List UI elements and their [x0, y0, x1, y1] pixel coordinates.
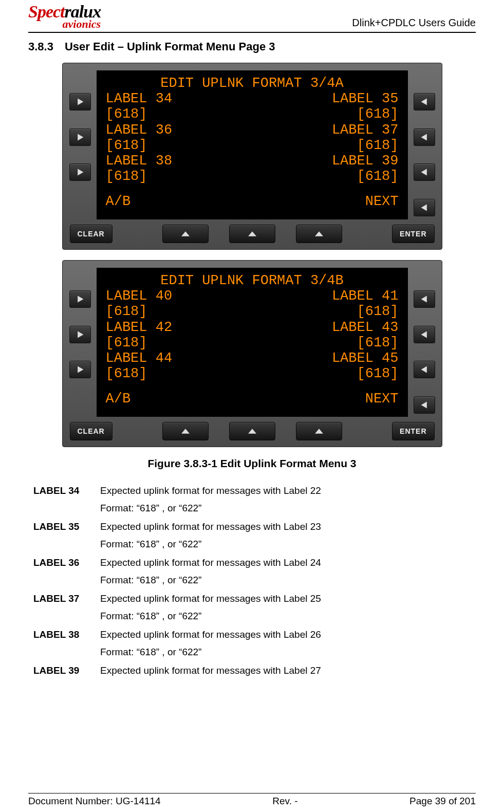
enter-button[interactable]: ENTER	[392, 422, 434, 440]
definition-body: Expected uplink format for messages with…	[100, 665, 476, 676]
ab-toggle-label: A/B	[106, 391, 131, 407]
definition-row: LABEL 34Expected uplink format for messa…	[33, 485, 476, 520]
svg-marker-13	[421, 296, 426, 303]
definition-line1: Expected uplink format for messages with…	[100, 485, 476, 496]
svg-marker-17	[181, 429, 190, 434]
triangle-left-icon	[420, 204, 428, 212]
up-arrow-button-2[interactable]	[229, 225, 275, 243]
field-label: LABEL 39	[332, 153, 399, 169]
clear-button[interactable]: CLEAR	[70, 422, 113, 440]
triangle-left-icon	[420, 98, 428, 106]
svg-marker-0	[78, 99, 83, 105]
mcdu-panel-a: EDIT UPLNK FORMAT 3/4A LABEL 34LABEL 35 …	[62, 63, 442, 250]
triangle-up-icon	[315, 231, 323, 237]
footer-docnum: Document Number: UG-14114	[28, 796, 161, 807]
mcdu-screen-a: EDIT UPLNK FORMAT 3/4A LABEL 34LABEL 35 …	[97, 70, 408, 219]
triangle-right-icon	[76, 98, 84, 106]
lsk-r2[interactable]	[414, 326, 435, 343]
field-label: LABEL 37	[332, 122, 399, 138]
field-label: LABEL 38	[106, 153, 173, 169]
definition-row: LABEL 35Expected uplink format for messa…	[33, 521, 476, 556]
left-lsk-column	[68, 70, 92, 219]
field-label: LABEL 36	[106, 122, 173, 138]
figure-caption: Figure 3.8.3-1 Edit Uplink Format Menu 3	[28, 457, 476, 470]
svg-marker-2	[78, 169, 83, 176]
lsk-r4[interactable]	[414, 396, 435, 414]
enter-button[interactable]: ENTER	[392, 225, 434, 243]
triangle-right-icon	[76, 168, 84, 176]
field-value: [618]	[357, 138, 398, 153]
triangle-right-icon	[76, 133, 84, 141]
definition-line1: Expected uplink format for messages with…	[100, 665, 476, 676]
field-value: [618]	[106, 106, 147, 122]
definition-term: LABEL 37	[33, 593, 100, 628]
field-label: LABEL 45	[332, 350, 399, 366]
up-arrow-button-1[interactable]	[162, 422, 209, 440]
definition-row: LABEL 37Expected uplink format for messa…	[33, 593, 476, 628]
up-arrow-button-3[interactable]	[296, 422, 342, 440]
svg-marker-10	[78, 296, 83, 303]
lsk-r3[interactable]	[414, 163, 435, 181]
svg-marker-19	[315, 429, 323, 434]
lsk-l3[interactable]	[69, 361, 91, 378]
definition-term: LABEL 39	[33, 665, 100, 676]
logo-subtext: avionics	[28, 19, 101, 30]
definition-body: Expected uplink format for messages with…	[100, 485, 476, 520]
field-value: [618]	[106, 169, 147, 184]
svg-marker-8	[248, 231, 256, 236]
svg-marker-14	[421, 331, 426, 338]
ab-toggle-label: A/B	[106, 194, 131, 209]
lsk-l3[interactable]	[69, 163, 91, 181]
triangle-up-icon	[248, 231, 256, 237]
up-arrow-button-1[interactable]	[162, 225, 209, 243]
svg-marker-1	[78, 134, 83, 140]
page-footer: Document Number: UG-14114 Rev. - Page 39…	[28, 793, 476, 807]
triangle-right-icon	[76, 295, 84, 303]
clear-button[interactable]: CLEAR	[70, 225, 113, 243]
triangle-up-icon	[181, 231, 190, 237]
lsk-r4[interactable]	[414, 199, 435, 216]
definition-term: LABEL 35	[33, 521, 100, 556]
screen-title: EDIT UPLNK FORMAT 3/4B	[106, 273, 399, 288]
definition-term: LABEL 34	[33, 485, 100, 520]
definition-body: Expected uplink format for messages with…	[100, 521, 476, 556]
lsk-r1[interactable]	[414, 93, 435, 110]
triangle-right-icon	[76, 365, 84, 374]
lsk-l1[interactable]	[69, 93, 91, 110]
lsk-r1[interactable]	[414, 290, 435, 308]
up-arrow-button-3[interactable]	[296, 225, 342, 243]
svg-marker-3	[421, 99, 426, 105]
field-value: [618]	[106, 366, 147, 381]
up-arrow-button-2[interactable]	[229, 422, 275, 440]
definition-line1: Expected uplink format for messages with…	[100, 593, 476, 604]
lsk-r3[interactable]	[414, 361, 435, 378]
document-title: Dlink+CPDLC Users Guide	[352, 17, 476, 30]
brand-logo: Spectralux avionics	[28, 3, 101, 30]
definition-term: LABEL 36	[33, 557, 100, 592]
mcdu-screen-b: EDIT UPLNK FORMAT 3/4B LABEL 40LABEL 41 …	[97, 268, 408, 417]
triangle-left-icon	[420, 365, 428, 374]
field-value: [618]	[357, 169, 398, 184]
triangle-left-icon	[420, 295, 428, 303]
definition-row: LABEL 36Expected uplink format for messa…	[33, 557, 476, 592]
svg-marker-9	[315, 231, 323, 236]
lsk-r2[interactable]	[414, 128, 435, 146]
right-lsk-column	[412, 70, 437, 219]
triangle-left-icon	[420, 168, 428, 176]
definition-line1: Expected uplink format for messages with…	[100, 521, 476, 532]
lsk-l2[interactable]	[69, 128, 91, 146]
triangle-up-icon	[181, 428, 190, 434]
definition-line2: Format: “618” , or “622”	[100, 539, 476, 550]
field-label: LABEL 44	[106, 350, 173, 366]
lsk-l2[interactable]	[69, 326, 91, 343]
field-value: [618]	[357, 304, 398, 319]
svg-marker-7	[181, 231, 190, 236]
definition-line1: Expected uplink format for messages with…	[100, 557, 476, 568]
field-value: [618]	[357, 366, 398, 381]
definition-line1: Expected uplink format for messages with…	[100, 629, 476, 640]
lsk-l1[interactable]	[69, 290, 91, 308]
definition-body: Expected uplink format for messages with…	[100, 593, 476, 628]
right-lsk-column	[412, 268, 437, 417]
field-value: [618]	[357, 335, 398, 350]
left-lsk-column	[68, 268, 92, 417]
